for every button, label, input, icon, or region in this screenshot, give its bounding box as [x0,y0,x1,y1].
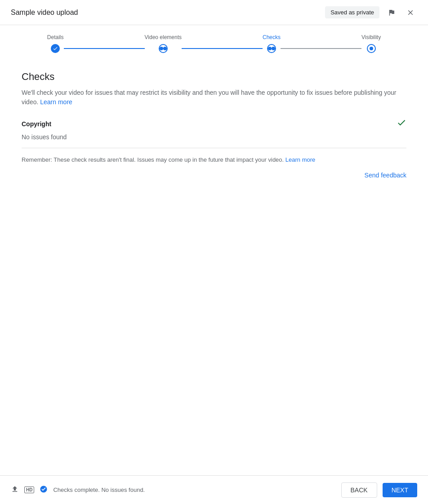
back-button[interactable]: BACK [341,482,377,498]
footer-left: HD Checks complete. No issues found. [11,485,341,495]
footer-status: Checks complete. No issues found. [53,486,145,493]
close-button[interactable] [404,6,417,19]
upload-icon [11,485,19,495]
flag-icon [388,9,396,17]
connector-1 [64,48,145,49]
reminder-learn-more-link[interactable]: Learn more [285,156,315,163]
main-content: Checks We'll check your video for issues… [0,60,428,475]
send-feedback-container: Send feedback [22,172,406,179]
send-feedback-link[interactable]: Send feedback [365,172,406,179]
dialog-header: Sample video upload Saved as private [0,0,428,25]
next-button[interactable]: NEXT [383,483,417,497]
copyright-check-icon [397,118,406,130]
description-text: We'll check your video for issues that m… [22,88,406,107]
copyright-title: Copyright [22,120,51,128]
close-icon [406,9,415,17]
step-visibility-label: Visibility [361,34,381,40]
dialog-title: Sample video upload [11,9,78,17]
circle-check-icon [40,485,48,495]
hd-badge: HD [24,486,34,493]
step-video-elements-label: Video elements [145,34,182,40]
saved-badge: Saved as private [325,6,379,18]
copyright-header: Copyright [22,118,406,130]
connector-2 [182,48,263,49]
footer: HD Checks complete. No issues found. BAC… [0,475,428,504]
step-details-check-icon [53,46,58,51]
step-visibility-circle [367,44,376,53]
header-actions: Saved as private [325,6,417,19]
step-video-elements-circle [159,44,168,53]
step-details: Details [47,34,64,53]
step-video-elements: Video elements [145,34,182,53]
flag-button[interactable] [385,6,398,19]
step-checks: Checks [263,34,281,53]
connector-3 [281,48,361,49]
step-checks-circle [267,44,276,53]
footer-right: BACK NEXT [341,482,417,498]
step-visibility: Visibility [361,34,381,53]
learn-more-link[interactable]: Learn more [40,98,72,106]
copyright-status: No issues found [22,133,406,141]
section-divider [22,148,406,148]
page-title: Checks [22,71,406,83]
step-checks-label: Checks [263,34,281,40]
copyright-section: Copyright No issues found [22,118,406,141]
stepper: Details Video elements Checks Visibility [0,25,428,60]
step-details-circle [51,44,60,53]
step-details-label: Details [47,34,64,40]
reminder-text: Remember: These check results aren't fin… [22,155,406,164]
